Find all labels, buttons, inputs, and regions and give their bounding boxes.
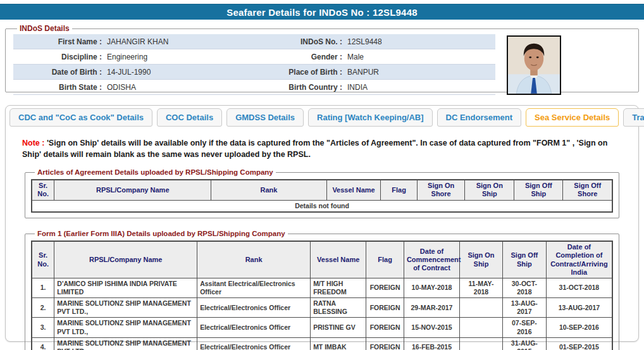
col-sign-on-ship: Sign On Ship bbox=[460, 241, 503, 278]
discipline-label: Discipline : bbox=[13, 53, 107, 61]
details-not-found-message: Details not found bbox=[32, 200, 612, 212]
cell-rank: Electrical/Electronics Officer bbox=[197, 318, 311, 337]
tab-coc-details[interactable]: COC Details bbox=[157, 108, 222, 127]
cell-sign-off-ship: 31-AUG-2015 bbox=[502, 337, 546, 350]
tab-training-details[interactable]: Training Details bbox=[623, 108, 644, 127]
first-name-label: First Name : bbox=[13, 37, 107, 46]
cell-sign-on-ship bbox=[460, 337, 503, 350]
birth-state-value: ODISHA bbox=[107, 83, 285, 92]
cell-rank: Electrical/Electronics Officer bbox=[197, 298, 311, 318]
col-flag: Flag bbox=[366, 241, 404, 278]
col-vessel-name: Vessel Name bbox=[311, 241, 366, 278]
first-name-value: JAHANGIR KHAN bbox=[107, 37, 285, 46]
col-rpsl-company-name: RPSL/Company Name bbox=[54, 180, 211, 200]
place-of-birth-value: BANPUR bbox=[347, 68, 495, 77]
cell-sign-off-ship: 13-AUG-2017 bbox=[502, 298, 546, 318]
cell-company: MARINE SOLUTIONZ SHIP MANAGEMENT PVT LTD… bbox=[54, 337, 197, 350]
cell-sign-on-ship bbox=[460, 298, 503, 318]
col-sign-on-ship: Sign On Ship bbox=[465, 180, 514, 200]
form1-table: Sr. No. RPSL/Company Name Rank Vessel Na… bbox=[31, 241, 613, 350]
page-title: Seafarer Details for INDoS No : 12SL9448 bbox=[0, 4, 644, 20]
place-of-birth-label: Place of Birth : bbox=[285, 68, 347, 77]
seafarer-photo-image bbox=[508, 37, 560, 94]
cell-vessel: MT IMBAK bbox=[311, 337, 366, 350]
col-rank: Rank bbox=[197, 241, 311, 278]
indos-row-name: First Name : JAHANGIR KHAN INDoS No. : 1… bbox=[13, 34, 495, 49]
cell-sign-off-ship: 30-OCT-2018 bbox=[502, 278, 546, 297]
gender-value: Male bbox=[347, 53, 495, 61]
articles-header-row: Sr. No. RPSL/Company Name Rank Vessel Na… bbox=[32, 180, 612, 200]
articles-of-agreement-legend: Articles of Agreement Details uploaded b… bbox=[35, 168, 276, 176]
col-rpsl-company-name: RPSL/Company Name bbox=[54, 241, 197, 278]
articles-empty-row: Details not found bbox=[32, 200, 612, 212]
birth-country-label: Birth Country : bbox=[285, 83, 347, 92]
cell-flag: FOREIGN bbox=[366, 337, 404, 350]
indos-row-birth-state: Birth State : ODISHA Birth Country : IND… bbox=[13, 80, 495, 95]
discipline-value: Engineering bbox=[107, 53, 285, 61]
cell-vessel: RATNA BLESSING bbox=[311, 298, 366, 318]
form1-legend: Form 1 (Earlier Form IIIA) Details uploa… bbox=[35, 230, 288, 237]
cell-flag: FOREIGN bbox=[366, 298, 404, 318]
articles-of-agreement-section: Articles of Agreement Details uploaded b… bbox=[25, 168, 619, 218]
tab-content-panel: CDC and "CoC as Cook" Details COC Detail… bbox=[5, 105, 639, 342]
tab-rating-watch-keeping-ab[interactable]: Rating [Watch Keeping/AB] bbox=[308, 108, 433, 127]
col-flag: Flag bbox=[381, 180, 418, 200]
birth-state-label: Birth State : bbox=[13, 83, 107, 92]
cell-flag: FOREIGN bbox=[366, 278, 404, 297]
col-sign-off-shore: Sign Off Shore bbox=[563, 180, 612, 200]
col-date-of-commencement: Date of Commencement of Contract bbox=[404, 241, 459, 278]
table-row: 2. MARINE SOLUTIONZ SHIP MANAGEMENT PVT … bbox=[32, 298, 612, 318]
tab-bar: CDC and "CoC as Cook" Details COC Detail… bbox=[9, 108, 638, 127]
tab-cdc-coc-as-cook-details[interactable]: CDC and "CoC as Cook" Details bbox=[9, 108, 152, 127]
cell-company: MARINE SOLUTIONZ SHIP MANAGEMENT PVT LTD… bbox=[54, 298, 197, 318]
cell-sr-no: 4. bbox=[32, 337, 54, 350]
table-row: 1. D'AMICO SHIP ISHIMA INDIA PRIVATE LIM… bbox=[32, 278, 612, 297]
cell-sr-no: 2. bbox=[32, 298, 54, 318]
date-of-birth-value: 14-JUL-1990 bbox=[107, 68, 285, 77]
form1-section: Form 1 (Earlier Form IIIA) Details uploa… bbox=[25, 230, 619, 350]
table-row: 4. MARINE SOLUTIONZ SHIP MANAGEMENT PVT … bbox=[32, 337, 612, 350]
cell-commencement: 15-NOV-2015 bbox=[404, 318, 459, 337]
cell-completion: 13-AUG-2017 bbox=[546, 298, 612, 318]
cell-company: D'AMICO SHIP ISHIMA INDIA PRIVATE LIMITE… bbox=[54, 278, 197, 297]
sign-on-ship-note: Note : 'Sign on Ship' details will be av… bbox=[22, 137, 622, 160]
cell-rank: Electrical/Electronics Officer bbox=[197, 337, 311, 350]
cell-rank: Assitant Electrical/Electronics Officer bbox=[197, 278, 311, 297]
indos-row-birth-date: Date of Birth : 14-JUL-1990 Place of Bir… bbox=[13, 65, 495, 80]
col-sign-off-ship: Sign Off Ship bbox=[514, 180, 563, 200]
table-row: 3. MARINE SOLUTIONZ SHIP MANAGEMENT PVT … bbox=[32, 318, 612, 337]
note-body: 'Sign on Ship' details will be available… bbox=[22, 139, 607, 159]
indos-row-discipline: Discipline : Engineering Gender : Male bbox=[13, 49, 495, 65]
articles-of-agreement-table: Sr. No. RPSL/Company Name Rank Vessel Na… bbox=[31, 179, 613, 213]
gender-label: Gender : bbox=[285, 53, 347, 61]
col-date-of-completion: Date of Completion of Contract/Arriving … bbox=[546, 241, 612, 278]
col-sign-off-ship: Sign Off Ship bbox=[502, 241, 546, 278]
cell-company: MARINE SOLUTIONZ SHIP MANAGEMENT PVT LTD… bbox=[54, 318, 197, 337]
indos-no-value: 12SL9448 bbox=[347, 37, 495, 46]
col-vessel-name: Vessel Name bbox=[326, 180, 380, 200]
cell-sign-on-ship: 11-MAY-2018 bbox=[460, 278, 503, 297]
birth-country-value: INDIA bbox=[347, 83, 495, 92]
tab-sea-service-details[interactable]: Sea Service Details bbox=[526, 108, 619, 127]
cell-completion: 01-SEP-2015 bbox=[546, 337, 612, 350]
cell-completion: 31-OCT-2018 bbox=[546, 278, 612, 297]
tab-dc-endorsement[interactable]: DC Endorsement bbox=[437, 108, 521, 127]
cell-commencement: 29-MAR-2017 bbox=[404, 298, 459, 318]
indos-details-table: First Name : JAHANGIR KHAN INDoS No. : 1… bbox=[13, 34, 495, 95]
col-sign-on-shore: Sign On Shore bbox=[418, 180, 465, 200]
col-rank: Rank bbox=[211, 180, 327, 200]
cell-commencement: 16-FEB-2015 bbox=[404, 337, 459, 350]
cell-sign-off-ship: 07-SEP-2016 bbox=[502, 318, 546, 337]
indos-no-label: INDoS No. : bbox=[285, 37, 347, 46]
cell-vessel: PRISTINE GV bbox=[311, 318, 366, 337]
indos-details-body: First Name : JAHANGIR KHAN INDoS No. : 1… bbox=[13, 34, 631, 88]
cell-sign-on-ship bbox=[460, 318, 503, 337]
form1-header-row: Sr. No. RPSL/Company Name Rank Vessel Na… bbox=[32, 241, 612, 278]
note-prefix: Note : bbox=[22, 139, 44, 147]
cell-completion: 10-SEP-2016 bbox=[546, 318, 612, 337]
tab-gmdss-details[interactable]: GMDSS Details bbox=[226, 108, 304, 127]
indos-details-legend: INDoS Details bbox=[17, 24, 72, 33]
date-of-birth-label: Date of Birth : bbox=[13, 68, 107, 77]
cell-sr-no: 1. bbox=[32, 278, 54, 297]
cell-vessel: M/T HIGH FREEDOM bbox=[311, 278, 366, 297]
